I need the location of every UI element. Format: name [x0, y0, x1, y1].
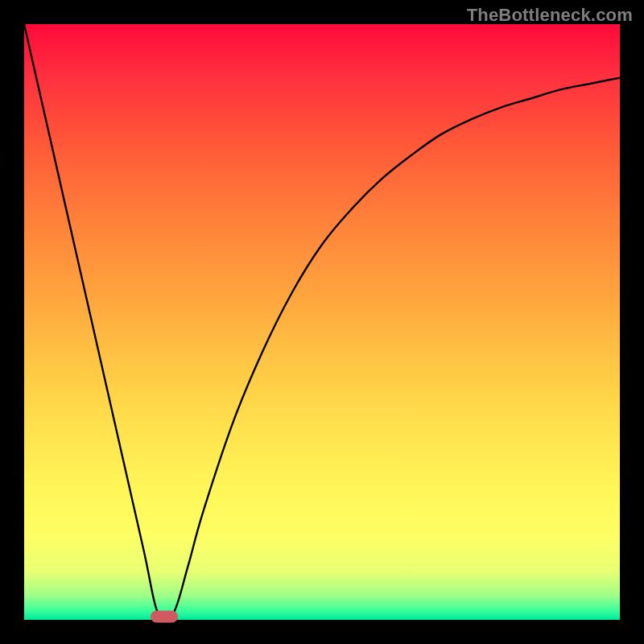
watermark-text: TheBottleneck.com: [467, 5, 633, 26]
optimal-marker: [151, 611, 178, 623]
plot-area: [24, 24, 620, 620]
bottleneck-curve: [24, 24, 620, 620]
